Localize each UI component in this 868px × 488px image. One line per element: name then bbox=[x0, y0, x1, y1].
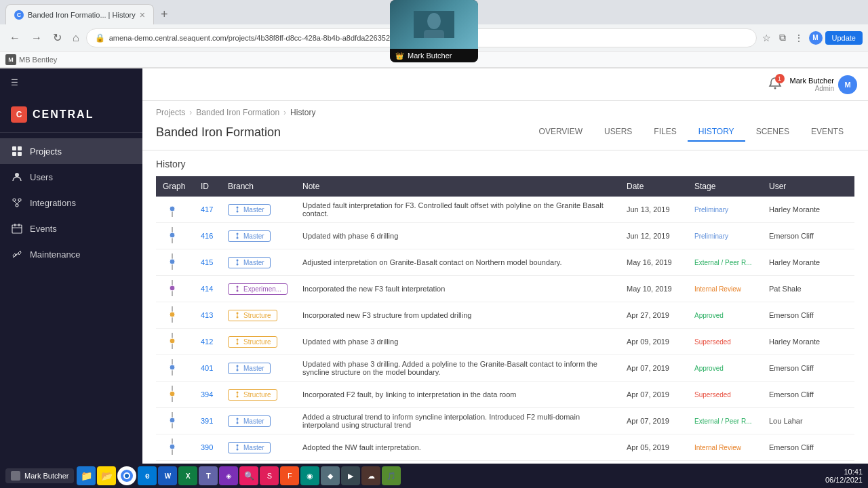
taskbar-app-misc4[interactable]: ☁ bbox=[361, 466, 380, 485]
col-id: ID bbox=[194, 176, 221, 197]
actions-cell bbox=[830, 276, 854, 302]
sidebar-item-integrations[interactable]: Integrations bbox=[0, 190, 142, 216]
stage-badge: External / Peer R... bbox=[694, 417, 751, 426]
taskbar-app-word[interactable]: W bbox=[158, 466, 177, 485]
sidebar-item-events[interactable]: Events bbox=[0, 216, 142, 241]
svg-rect-3 bbox=[12, 146, 16, 150]
note-cell: Adopted the NW fault interpretation. bbox=[296, 434, 620, 461]
breadcrumb-projects[interactable]: Projects bbox=[156, 108, 185, 117]
graph-cell bbox=[156, 249, 194, 276]
forward-button[interactable]: → bbox=[27, 29, 46, 47]
taskbar-app-misc5[interactable]: 🎵 bbox=[382, 466, 401, 485]
nav-actions: ☆ ⧉ ⋮ M Update bbox=[760, 29, 863, 46]
id-link[interactable]: 415 bbox=[201, 258, 213, 266]
svg-point-39 bbox=[237, 286, 239, 288]
reload-button[interactable]: ↻ bbox=[49, 28, 66, 47]
graph-cell bbox=[156, 408, 194, 434]
breadcrumb-project[interactable]: Banded Iron Formation bbox=[196, 108, 279, 117]
sidebar-item-maintenance[interactable]: Maintenance bbox=[0, 241, 142, 267]
notification-button[interactable]: 1 bbox=[768, 77, 782, 92]
stage-cell: External / Peer R... bbox=[688, 408, 762, 434]
user-cell: Harley Morante bbox=[762, 249, 830, 276]
tab-scenes[interactable]: SCENES bbox=[745, 123, 800, 142]
actions-cell bbox=[830, 434, 854, 461]
user-cell: Emerson Cliff bbox=[762, 382, 830, 408]
taskbar-app-edge[interactable]: e bbox=[138, 466, 157, 485]
tab-close-button[interactable]: × bbox=[140, 9, 145, 20]
user-avatar[interactable]: M bbox=[838, 75, 857, 94]
id-link[interactable]: 414 bbox=[201, 285, 213, 293]
sidebar-item-projects[interactable]: Projects bbox=[0, 138, 142, 164]
update-button[interactable]: Update bbox=[825, 31, 863, 45]
tab-history[interactable]: HISTORY bbox=[688, 123, 745, 142]
svg-rect-4 bbox=[18, 146, 22, 150]
taskbar-app-figma[interactable]: F bbox=[280, 466, 299, 485]
history-table: Graph ID Branch Note Date Stage User bbox=[156, 176, 854, 488]
id-cell: 417 bbox=[194, 197, 221, 223]
actions-cell bbox=[830, 329, 854, 355]
back-button[interactable]: ← bbox=[5, 29, 24, 47]
taskbar-start[interactable]: Mark Butcher bbox=[5, 468, 74, 483]
tab-events[interactable]: EVENTS bbox=[800, 123, 854, 142]
id-link[interactable]: 390 bbox=[201, 443, 213, 451]
taskbar-app-teams[interactable]: T bbox=[199, 466, 218, 485]
stage-cell: Preliminary bbox=[688, 197, 762, 223]
users-icon bbox=[11, 171, 23, 183]
extensions-button[interactable]: ⧉ bbox=[776, 29, 789, 46]
url-text: amena-demo.central.seaquent.com/projects… bbox=[109, 34, 414, 42]
branch-badge: Master bbox=[228, 204, 271, 216]
taskbar-date: 06/12/2021 bbox=[825, 476, 863, 484]
taskbar-app-chrome[interactable] bbox=[117, 466, 136, 485]
taskbar-app-files[interactable]: 📂 bbox=[97, 466, 116, 485]
sidebar-item-users[interactable]: Users bbox=[0, 164, 142, 190]
id-link[interactable]: 391 bbox=[201, 417, 213, 425]
note-cell: Updated with phase 6 drilling bbox=[296, 223, 620, 249]
svg-point-64 bbox=[237, 396, 239, 398]
new-tab-button[interactable]: + bbox=[157, 7, 172, 22]
taskbar-app-slack[interactable]: S bbox=[260, 466, 279, 485]
taskbar-app-vs[interactable]: ◈ bbox=[219, 466, 238, 485]
tab-users[interactable]: USERS bbox=[593, 123, 643, 142]
menu-button[interactable]: ⋮ bbox=[791, 30, 806, 46]
branch-cell: Master bbox=[221, 223, 296, 249]
id-link[interactable]: 417 bbox=[201, 205, 213, 214]
graph-cell bbox=[156, 434, 194, 461]
taskbar-app-explorer[interactable]: 📁 bbox=[77, 466, 96, 485]
browser-tab[interactable]: Banded Iron Formatio... | History × bbox=[5, 4, 154, 24]
id-link[interactable]: 401 bbox=[201, 364, 213, 372]
taskbar-app-misc2[interactable]: ◆ bbox=[321, 466, 340, 485]
history-section: History Graph ID Branch Note Date Stage … bbox=[142, 150, 868, 488]
home-button[interactable]: ⌂ bbox=[68, 29, 83, 47]
col-note: Note bbox=[296, 176, 620, 197]
branch-cell: Master bbox=[221, 197, 296, 223]
taskbar-app-excel[interactable]: X bbox=[178, 466, 197, 485]
svg-point-56 bbox=[170, 365, 175, 370]
id-link[interactable]: 413 bbox=[201, 311, 213, 319]
id-link[interactable]: 412 bbox=[201, 338, 213, 346]
stage-cell: External / Peer R... bbox=[688, 249, 762, 276]
profile-icon[interactable]: M bbox=[809, 31, 823, 45]
id-cell: 390 bbox=[194, 434, 221, 461]
id-link[interactable]: 394 bbox=[201, 390, 213, 399]
svg-point-58 bbox=[237, 369, 239, 371]
stage-cell: Superseded bbox=[688, 329, 762, 355]
taskbar-app-misc1[interactable]: ◉ bbox=[300, 466, 319, 485]
svg-rect-2 bbox=[424, 30, 444, 38]
user-cell: Emerson Cliff bbox=[762, 302, 830, 329]
breadcrumb-text: MB Bentley bbox=[19, 56, 57, 64]
bookmark-button[interactable]: ☆ bbox=[760, 30, 774, 46]
date-cell: Apr 07, 2019 bbox=[620, 355, 688, 382]
user-info: Mark Butcher Admin M bbox=[790, 75, 857, 94]
taskbar-app-misc3[interactable]: ▶ bbox=[341, 466, 360, 485]
svg-point-46 bbox=[237, 317, 239, 319]
graph-cell bbox=[156, 302, 194, 329]
date-cell: Jun 12, 2019 bbox=[620, 223, 688, 249]
taskbar: Mark Butcher 📁 📂 e W X T ◈ 🔍 S F ◉ ◆ ▶ ☁… bbox=[0, 464, 868, 488]
taskbar-app-search[interactable]: 🔍 bbox=[239, 466, 258, 485]
id-cell: 401 bbox=[194, 355, 221, 382]
history-title: History bbox=[156, 159, 854, 169]
hamburger-button[interactable]: ☰ bbox=[0, 68, 142, 97]
tab-overview[interactable]: OVERVIEW bbox=[528, 123, 593, 142]
id-link[interactable]: 416 bbox=[201, 232, 213, 240]
tab-files[interactable]: FILES bbox=[643, 123, 687, 142]
